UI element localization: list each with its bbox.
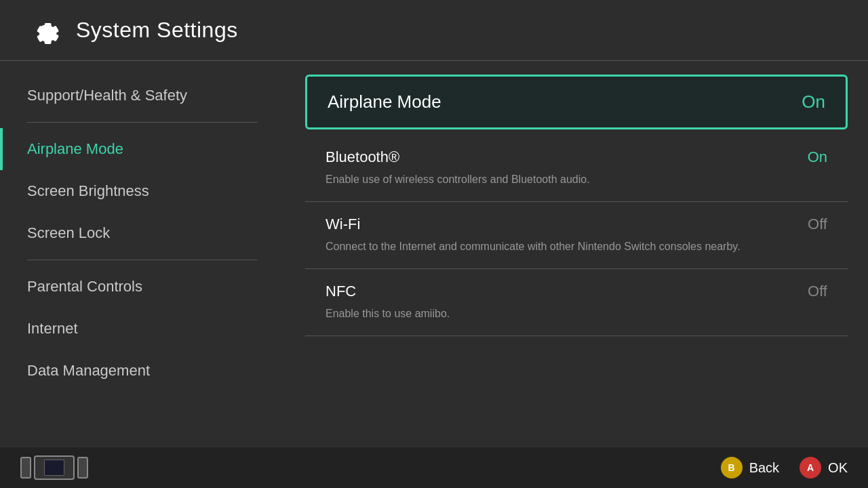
- a-button-icon: A: [800, 457, 821, 479]
- content-area: Airplane Mode On Bluetooth® On Enable us…: [285, 61, 868, 447]
- sidebar-divider-2: [27, 260, 258, 260]
- subsetting-wifi-row: Wi-Fi Off: [326, 216, 827, 233]
- switch-body: [34, 455, 75, 480]
- page-title: System Settings: [76, 18, 238, 43]
- selected-setting-value: On: [802, 92, 825, 113]
- selected-setting-label: Airplane Mode: [328, 92, 441, 113]
- subsetting-nfc-value: Off: [808, 283, 827, 300]
- back-button[interactable]: B Back: [721, 457, 779, 479]
- subsetting-bluetooth-desc: Enable use of wireless controllers and B…: [326, 171, 827, 188]
- subsetting-nfc-name: NFC: [326, 283, 356, 300]
- sidebar-item-parental[interactable]: Parental Controls: [0, 266, 285, 308]
- subsetting-nfc[interactable]: NFC Off Enable this to use amiibo.: [305, 269, 848, 336]
- subsetting-bluetooth-row: Bluetooth® On: [326, 148, 827, 166]
- main-layout: Support/Health & Safety Airplane Mode Sc…: [0, 61, 868, 447]
- joy-con-left: [20, 457, 31, 479]
- b-button-icon: B: [721, 457, 743, 479]
- subsetting-bluetooth-name: Bluetooth®: [326, 148, 399, 166]
- joy-con-right: [77, 457, 88, 479]
- sidebar-item-data[interactable]: Data Management: [0, 350, 285, 392]
- subsetting-wifi-desc: Connect to the Internet and communicate …: [326, 239, 827, 255]
- footer-left: [20, 455, 88, 480]
- subsetting-bluetooth[interactable]: Bluetooth® On Enable use of wireless con…: [305, 135, 848, 202]
- ok-label: OK: [828, 460, 848, 476]
- switch-screen: [44, 460, 64, 476]
- subsetting-nfc-desc: Enable this to use amiibo.: [326, 306, 827, 322]
- header: System Settings: [0, 0, 868, 61]
- selected-setting-box[interactable]: Airplane Mode On: [305, 75, 848, 129]
- sidebar-item-internet[interactable]: Internet: [0, 308, 285, 350]
- switch-console-icon: [20, 455, 88, 480]
- subsetting-nfc-row: NFC Off: [326, 283, 827, 300]
- sidebar-item-airplane[interactable]: Airplane Mode: [0, 128, 285, 170]
- sidebar-item-brightness[interactable]: Screen Brightness: [0, 170, 285, 212]
- sidebar-divider-1: [27, 122, 258, 123]
- sidebar-item-screenlock[interactable]: Screen Lock: [0, 212, 285, 254]
- back-label: Back: [749, 460, 779, 476]
- sidebar: Support/Health & Safety Airplane Mode Sc…: [0, 61, 285, 447]
- subsetting-bluetooth-value: On: [808, 148, 827, 166]
- ok-button[interactable]: A OK: [800, 457, 848, 479]
- settings-gear-icon: [27, 13, 62, 48]
- subsetting-wifi-name: Wi-Fi: [326, 216, 360, 233]
- subsetting-wifi[interactable]: Wi-Fi Off Connect to the Internet and co…: [305, 202, 848, 269]
- subsetting-wifi-value: Off: [808, 216, 827, 233]
- footer: B Back A OK: [0, 447, 868, 488]
- footer-buttons: B Back A OK: [721, 457, 848, 479]
- sidebar-item-support[interactable]: Support/Health & Safety: [0, 75, 285, 117]
